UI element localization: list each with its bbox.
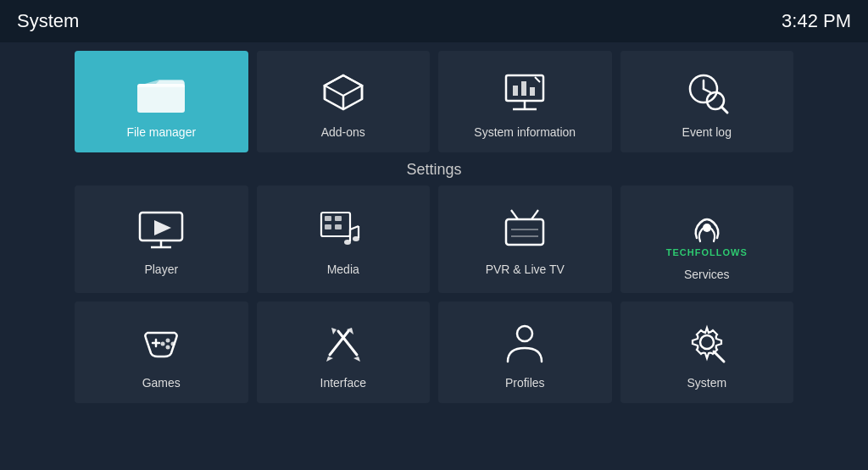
- svg-line-34: [531, 210, 538, 219]
- svg-rect-32: [506, 219, 543, 245]
- tile-pvr-live-tv[interactable]: PVR & Live TV: [438, 185, 612, 293]
- svg-marker-49: [353, 357, 360, 362]
- svg-marker-48: [331, 328, 337, 335]
- tile-add-ons-label: Add-ons: [321, 125, 365, 139]
- tile-system[interactable]: System: [620, 301, 794, 403]
- svg-point-40: [166, 338, 170, 342]
- tile-player[interactable]: Player: [75, 185, 248, 293]
- tile-interface[interactable]: Interface: [257, 301, 431, 403]
- svg-point-41: [171, 341, 175, 346]
- tile-player-label: Player: [144, 263, 178, 276]
- svg-marker-2: [325, 75, 362, 96]
- svg-point-30: [344, 240, 351, 245]
- tile-media-label: Media: [327, 263, 359, 276]
- tile-games[interactable]: Games: [75, 301, 248, 403]
- tile-file-manager[interactable]: File manager: [75, 51, 248, 152]
- tile-services-label: Services: [684, 268, 730, 281]
- svg-line-29: [350, 226, 359, 229]
- svg-rect-9: [513, 86, 518, 96]
- main-content: File manager Add-ons: [0, 42, 868, 412]
- top-grid: File manager Add-ons: [75, 51, 793, 152]
- tile-event-log-label: Event log: [682, 125, 732, 139]
- svg-point-51: [700, 335, 714, 349]
- tile-games-label: Games: [142, 376, 181, 390]
- svg-point-42: [166, 345, 170, 349]
- svg-rect-0: [137, 84, 185, 113]
- svg-rect-23: [325, 216, 331, 221]
- svg-rect-24: [335, 216, 342, 221]
- svg-rect-11: [530, 87, 535, 96]
- techfollows-label: TECHFOLLOWS: [666, 247, 748, 257]
- tile-system-information-label: System information: [474, 125, 576, 139]
- svg-point-43: [161, 341, 165, 346]
- tile-profiles[interactable]: Profiles: [438, 301, 612, 403]
- clock: 3:42 PM: [782, 10, 851, 32]
- svg-line-52: [714, 351, 724, 362]
- svg-marker-45: [326, 357, 333, 362]
- tile-system-information[interactable]: System information: [438, 51, 612, 152]
- app-title: System: [17, 10, 79, 32]
- tile-system-label: System: [687, 376, 726, 390]
- tile-add-ons[interactable]: Add-ons: [257, 51, 431, 152]
- svg-rect-26: [335, 224, 342, 229]
- svg-line-33: [511, 210, 518, 219]
- settings-section-label: Settings: [75, 152, 793, 185]
- tile-profiles-label: Profiles: [505, 376, 545, 390]
- svg-marker-21: [154, 220, 171, 235]
- tile-file-manager-label: File manager: [126, 125, 196, 139]
- svg-line-47: [338, 331, 357, 355]
- svg-point-31: [353, 236, 359, 241]
- svg-line-12: [535, 77, 540, 82]
- tile-interface-label: Interface: [320, 376, 366, 390]
- svg-line-44: [330, 331, 348, 355]
- tile-media[interactable]: Media: [257, 185, 431, 293]
- tile-event-log[interactable]: Event log: [620, 51, 794, 152]
- svg-point-50: [517, 326, 532, 341]
- svg-line-17: [721, 107, 727, 113]
- tile-services[interactable]: TECHFOLLOWS Services: [620, 185, 794, 293]
- tile-pvr-live-tv-label: PVR & Live TV: [486, 263, 565, 276]
- bottom-grid: Player Media: [75, 185, 793, 403]
- svg-rect-10: [521, 81, 526, 96]
- svg-line-15: [704, 89, 710, 92]
- header: System 3:42 PM: [0, 0, 868, 42]
- svg-rect-25: [325, 224, 331, 229]
